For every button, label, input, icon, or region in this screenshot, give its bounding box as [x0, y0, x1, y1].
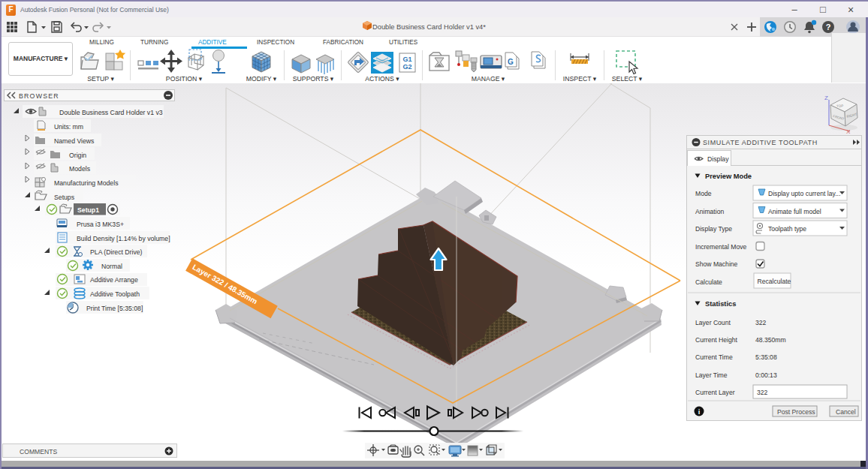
svg-text:X: X	[846, 128, 851, 135]
svg-text:Prusa i3 MK3S+: Prusa i3 MK3S+	[77, 221, 124, 228]
svg-text:Current Time: Current Time	[695, 353, 733, 361]
svg-text:Normal: Normal	[101, 263, 122, 270]
svg-text:Cancel: Cancel	[836, 408, 856, 416]
svg-text:Named Views: Named Views	[54, 137, 95, 145]
svg-text:Origin: Origin	[69, 152, 86, 159]
svg-text:322: 322	[757, 389, 768, 396]
svg-text:Setups: Setups	[54, 194, 75, 201]
svg-text:Mode: Mode	[695, 190, 712, 197]
svg-text:SIMULATE ADDITIVE TOOLPATH: SIMULATE ADDITIVE TOOLPATH	[703, 139, 818, 146]
svg-text:Statistics: Statistics	[705, 300, 736, 308]
svg-text:48.350mm: 48.350mm	[755, 336, 786, 344]
svg-text:G: G	[508, 58, 514, 66]
svg-text:322: 322	[755, 319, 767, 326]
svg-text:Post Process: Post Process	[777, 408, 815, 416]
svg-text:Layer Count: Layer Count	[695, 319, 731, 326]
svg-text:Setup1: Setup1	[77, 206, 99, 214]
svg-text:0:00:13: 0:00:13	[755, 371, 777, 379]
svg-text:PLA (Direct Drive): PLA (Direct Drive)	[90, 248, 143, 256]
svg-text:Additive Arrange: Additive Arrange	[90, 276, 138, 284]
svg-text:Display: Display	[707, 155, 729, 163]
svg-text:TOP: TOP	[836, 104, 843, 108]
svg-text:Layer Time: Layer Time	[695, 371, 728, 379]
svg-text:Manufacturing Models: Manufacturing Models	[54, 179, 119, 187]
svg-text:G1: G1	[402, 56, 411, 63]
svg-text:Z: Z	[824, 95, 828, 101]
svg-text:Calculate: Calculate	[695, 278, 722, 286]
svg-text:Animation: Animation	[695, 208, 724, 215]
svg-text:?: ?	[826, 23, 831, 32]
svg-text:Units: mm: Units: mm	[54, 123, 83, 131]
svg-text:Current Layer: Current Layer	[695, 389, 735, 396]
svg-text:BROWSER: BROWSER	[19, 92, 59, 100]
svg-text:Display Type: Display Type	[695, 225, 732, 233]
svg-text:Build Density [1.14% by volume: Build Density [1.14% by volume]	[77, 235, 170, 242]
svg-text:5:35:08: 5:35:08	[755, 353, 777, 361]
svg-text:Toolpath type: Toolpath type	[768, 225, 806, 233]
svg-text:Recalculate: Recalculate	[758, 278, 791, 285]
svg-text:Current Height: Current Height	[695, 336, 737, 344]
svg-text:Display upto current lay...: Display upto current lay...	[768, 190, 840, 197]
svg-text:i: i	[698, 407, 701, 416]
svg-text:G2: G2	[402, 63, 411, 71]
svg-text:Preview Mode: Preview Mode	[705, 173, 752, 180]
svg-text:Additive Toolpath: Additive Toolpath	[90, 290, 140, 298]
svg-text:Layer 322 / 48.35mm: Layer 322 / 48.35mm	[191, 263, 259, 305]
svg-text:Show Machine: Show Machine	[695, 260, 738, 268]
svg-text:Double Business Card Holder v1: Double Business Card Holder v1 v3	[59, 109, 163, 116]
svg-text:Animate full model: Animate full model	[768, 208, 821, 215]
svg-text:Incremental Move: Incremental Move	[695, 243, 747, 251]
svg-text:Print Time [5:35:08]: Print Time [5:35:08]	[86, 305, 143, 312]
svg-text:Models: Models	[69, 165, 91, 173]
